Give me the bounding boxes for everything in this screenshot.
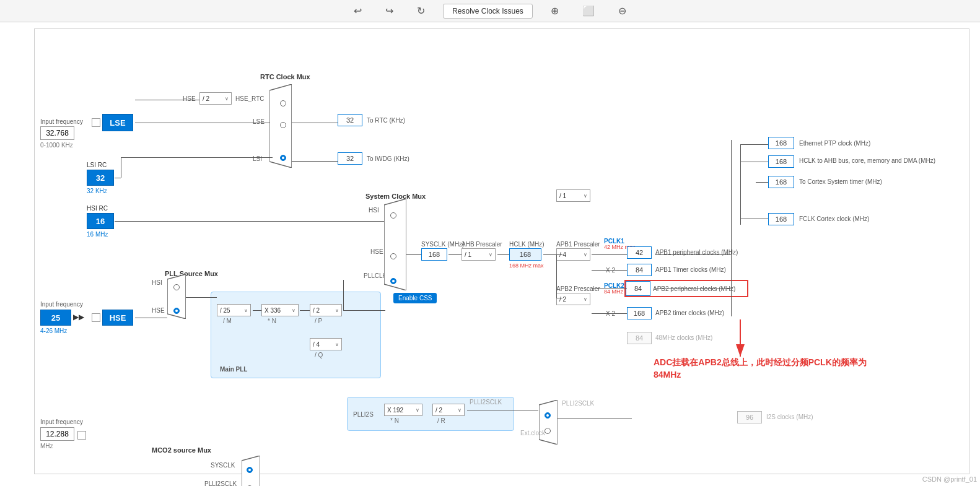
lse-range-label: 0-1000 KHz [40, 142, 73, 149]
pll-q-label: / Q [315, 352, 323, 358]
lse-connector [92, 118, 100, 127]
freq3-unit-label: MHz [40, 443, 53, 449]
hclk-ahb-value: 168 [768, 155, 794, 168]
lsi-block: 32 [87, 170, 114, 186]
apb1-timer-value: 84 [627, 264, 652, 276]
double-arrow: ▶▶ [73, 313, 84, 321]
hse-range-label: 4-26 MHz [40, 328, 67, 334]
hsi-label: 16 MHz [87, 231, 108, 238]
redo-button[interactable]: ↪ [380, 2, 399, 20]
clk-48mhz-value: 84 [627, 332, 652, 344]
hse-pll-label: HSE [152, 307, 165, 314]
clk-48mhz-label: 48MHz clocks (MHz) [655, 334, 712, 341]
lsi-mux-label: LSI [253, 155, 262, 162]
hclk-ahb-label: HCLK to AHB bus, core, memory and DMA (M… [799, 157, 935, 164]
lsi-rc-label: LSI RC [87, 162, 107, 168]
lse-freq-box[interactable]: 32.768 [40, 126, 74, 140]
pclk1-value-box: 42 [627, 246, 652, 259]
annotation-arrow [725, 316, 756, 360]
toolbar: ↩ ↪ ↻ Resolve Clock Issues ⊕ ⬜ ⊖ [0, 0, 980, 22]
sys-mux-radio-hse[interactable] [390, 253, 396, 259]
ahb-prescaler-dropdown[interactable]: / 1 [462, 248, 496, 261]
apb-vline [556, 254, 557, 298]
right-line-ahb [740, 162, 768, 162]
annotation-text: ADC挂载在APB2总线上，此时经过分频PCLK的频率为84MHz [654, 357, 938, 381]
rtc-clock-mux-label: RTC Clock Mux [260, 73, 310, 80]
pll-n-dropdown[interactable]: X 336 [261, 304, 299, 316]
i2s-value: 96 [737, 411, 762, 423]
iwdg-value-box: 32 [338, 152, 362, 165]
rtc-mux-radio-lsi[interactable] [280, 155, 286, 161]
pll-src-radio-hsi[interactable] [173, 284, 180, 290]
right-line-eth [740, 144, 768, 145]
fclk-label: FCLK Cortex clock (MHz) [799, 215, 869, 222]
zoom-fit-button[interactable]: ⬜ [577, 2, 600, 20]
right-vline [740, 144, 741, 225]
apb2-prescaler-dropdown[interactable]: / 2 [556, 293, 590, 305]
freq3-box[interactable]: 12.288 [40, 427, 74, 441]
plli2sclk-label: PLLI2SCLK [470, 399, 502, 406]
rtc-out-line [292, 123, 338, 123]
to-rtc-label: To RTC (KHz) [367, 117, 405, 124]
resolve-clock-button[interactable]: Resolve Clock Issues [443, 4, 533, 19]
sysclk-label: SYSCLK (MHz) [421, 241, 464, 248]
fclk-value: 168 [768, 213, 794, 225]
watermark: CSDN @printf_01 [922, 475, 977, 483]
i2s-mux-radio-plli2s[interactable] [545, 412, 551, 419]
hsi-to-sysmux-line [115, 221, 384, 222]
right-hline-apb1 [655, 254, 731, 255]
undo-button[interactable]: ↩ [348, 2, 367, 20]
pll-src-radio-hse[interactable] [173, 308, 180, 314]
lse-mux-label: LSE [253, 118, 265, 125]
apb2-timer-value: 168 [627, 307, 652, 319]
pll-line2 [300, 310, 310, 311]
lse-block: LSE [102, 114, 133, 131]
plli2s-r-label: / R [437, 417, 445, 424]
sysclk-mco2-label: SYSCLK [211, 462, 235, 469]
right-line-fclk [740, 219, 768, 219]
i2s-mux-shape [539, 400, 558, 445]
hse-div2-dropdown[interactable]: / 2 [199, 92, 232, 105]
hse-freq-box[interactable]: 25 [40, 310, 71, 326]
pll-p-label: / P [315, 318, 322, 324]
freq3-connector [77, 431, 86, 440]
apb2-to-val-line [592, 289, 627, 289]
svg-marker-3 [539, 400, 558, 445]
plli2s-r-dropdown[interactable]: / 2 [432, 404, 465, 416]
right-hline-apb2 [655, 289, 731, 289]
hclk-line1 [497, 254, 509, 255]
mco2-radio-sysclk[interactable] [247, 467, 253, 473]
rtc-mux-radio-hse[interactable] [280, 100, 286, 106]
clock-diagram-canvas: Input frequency 32.768 0-1000 KHz LSE LS… [0, 22, 980, 486]
sys-mux-radio-hsi[interactable] [390, 212, 396, 219]
enable-css-button[interactable]: Enable CSS [393, 293, 437, 303]
apb1-to-val-line [592, 254, 627, 255]
hse-rtc-input-label: HSE [183, 95, 196, 102]
input-freq-label-2: Input frequency [40, 301, 83, 308]
hsi-rc-label: HSI RC [87, 205, 108, 212]
refresh-button[interactable]: ↻ [411, 2, 431, 20]
lsi-to-mux-line [121, 157, 273, 158]
zoom-in-button[interactable]: ⊕ [545, 2, 564, 20]
i2s-mux-radio-ext[interactable] [545, 428, 551, 434]
plli2s-n-dropdown[interactable]: X 192 [384, 404, 422, 416]
mco2-mux-label: MCO2 source Mux [152, 446, 211, 454]
sys-mux-radio-pll[interactable] [390, 278, 396, 284]
apb1-prescaler-label-top: APB1 Prescaler [556, 241, 600, 248]
apb1-timer-line [592, 270, 627, 271]
apb1-timer-label: APB1 Timer clocks (MHz) [655, 266, 726, 273]
cortex-div-dropdown[interactable]: / 1 [556, 189, 590, 202]
pll-p-dropdown[interactable]: / 2 [310, 304, 342, 316]
lsi-v1 [121, 157, 121, 178]
lsi-h1 [115, 178, 121, 178]
iwdg-out-line [292, 161, 338, 162]
hclk-value-box: 168 [509, 248, 541, 261]
pll-line1 [253, 310, 261, 311]
zoom-out-button[interactable]: ⊖ [613, 2, 632, 20]
sysclk-line1 [406, 254, 421, 255]
sysclk-value-box: 168 [421, 248, 447, 261]
right-collect-vline [731, 140, 732, 316]
pll-q-dropdown[interactable]: / 4 [310, 338, 342, 350]
pll-m-dropdown[interactable]: / 25 [217, 304, 251, 316]
rtc-mux-radio-lse[interactable] [280, 122, 286, 128]
